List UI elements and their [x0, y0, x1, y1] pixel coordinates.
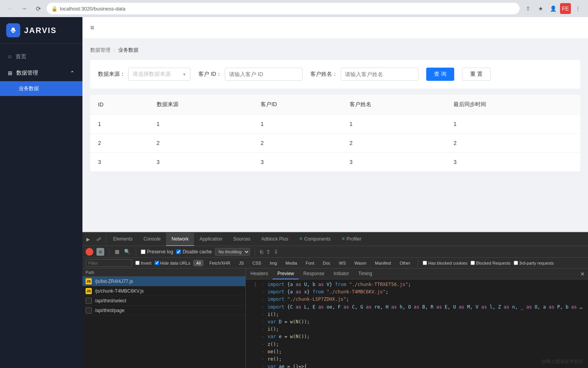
blocked-requests-checkbox[interactable]: Blocked Requests	[471, 261, 511, 265]
upload-icon[interactable]: ⇧	[266, 249, 271, 255]
search-icon[interactable]: 🔍	[123, 248, 131, 255]
filter-type-other[interactable]: Other	[397, 260, 413, 266]
tab-network[interactable]: Network	[166, 233, 194, 246]
filter-type-js[interactable]: JS	[236, 260, 247, 266]
sidebar-sub-item-business[interactable]: 业务数据	[0, 81, 82, 96]
back-button[interactable]: ←	[5, 3, 16, 14]
devtools-inspect-icon[interactable]: ▶	[82, 234, 93, 245]
tab-components[interactable]: ⚛ Components	[294, 233, 336, 246]
detail-tab-preview[interactable]: Preview	[273, 269, 299, 279]
filter-type-css[interactable]: CSS	[250, 260, 264, 266]
sidebar-section-header-data[interactable]: ⊞ 数据管理 ⌃	[0, 65, 82, 81]
source-select[interactable]: 请选择数据来源 ▼	[128, 68, 191, 81]
tab-sources-label: Sources	[233, 236, 250, 242]
filter-type-fetchxhr[interactable]: Fetch/XHR	[206, 260, 233, 266]
customer-id-input[interactable]	[225, 68, 303, 81]
tab-console[interactable]: Console	[138, 233, 166, 246]
source-label: 数据来源：	[98, 71, 125, 78]
tab-profiler[interactable]: ⚛ Profiler	[336, 233, 367, 246]
filter-type-manifest[interactable]: Manifest	[372, 260, 394, 266]
line-content-8: var e = w(N());	[268, 333, 588, 340]
breadcrumb: 数据管理 / 业务数据	[90, 47, 580, 54]
network-row-js-list[interactable]: JS /js/list-ZR4I4J77.js	[82, 277, 245, 286]
reset-button[interactable]: 重 置	[462, 68, 491, 81]
address-bar[interactable]: 🔒 localhost:3020/business-data	[47, 3, 520, 14]
query-button[interactable]: 查 询	[426, 68, 454, 81]
preserve-log-label: Preserve log	[147, 249, 173, 255]
invert-checkbox[interactable]: Invert	[135, 261, 152, 265]
tab-application[interactable]: Application	[194, 233, 228, 246]
code-line-9: - z();	[246, 341, 588, 348]
code-line-12: - var ae = ()=>{	[246, 363, 588, 368]
detail-tab-response[interactable]: Response	[299, 269, 329, 279]
hide-urls-checkbox[interactable]: Hide data URLs	[155, 261, 191, 265]
detail-tab-headers[interactable]: Headers	[246, 269, 273, 279]
source-placeholder: 请选择数据来源	[133, 71, 171, 78]
third-party-input[interactable]	[514, 261, 518, 265]
third-party-checkbox[interactable]: 3rd-party requests	[514, 261, 554, 265]
network-row-js-chunk[interactable]: JS /js/chunk-T4MBC6KV.js	[82, 286, 245, 296]
tab-sources[interactable]: Sources	[228, 233, 256, 246]
detail-panel: Headers Preview Response Initiator Timin	[246, 269, 588, 368]
filter-type-all[interactable]: All	[193, 260, 203, 266]
menu-toggle-icon[interactable]: ≡	[90, 24, 94, 32]
toolbar-sep2	[136, 248, 136, 256]
filter-type-font[interactable]: Font	[303, 260, 317, 266]
blocked-cookies-input[interactable]	[423, 261, 427, 265]
invert-input[interactable]	[135, 261, 140, 265]
extension-button[interactable]: FE	[560, 3, 571, 14]
bookmark-button[interactable]: ★	[535, 3, 546, 14]
filter-type-img[interactable]: Img	[267, 260, 280, 266]
network-list-header: Path	[82, 269, 245, 277]
wifi-icon[interactable]: ⎗	[260, 249, 263, 255]
forward-button[interactable]: →	[19, 3, 30, 14]
data-table: ID 数据来源 客户ID 客户姓名 最后同步时间 1 1 1 1	[90, 95, 580, 171]
network-row-api-page[interactable]: /api/third/page	[82, 306, 245, 316]
detail-tab-initiator[interactable]: Initiator	[329, 269, 354, 279]
filter-sep	[418, 259, 418, 267]
devtools-device-icon[interactable]: ☍	[93, 234, 104, 245]
toolbar-sep1	[109, 248, 109, 256]
reload-button[interactable]: ⟳	[33, 3, 44, 14]
line-arrow-11: -	[261, 356, 268, 363]
select-arrow-icon: ▼	[182, 72, 186, 77]
tab-elements[interactable]: Elements	[108, 233, 138, 246]
detail-close-button[interactable]: ✕	[580, 271, 585, 277]
menu-button[interactable]: ⋮	[572, 3, 583, 14]
disable-cache-checkbox[interactable]: Disable cache	[176, 249, 212, 255]
filter-type-ws[interactable]: WS	[336, 260, 349, 266]
blocked-requests-input[interactable]	[471, 261, 475, 265]
filter-type-wasm[interactable]: Wasm	[352, 260, 369, 266]
code-line-2: - import {a as x} from "./chunk-T4MBC6KV…	[246, 288, 588, 296]
svg-point-2	[14, 30, 16, 31]
filter-type-media[interactable]: Media	[283, 260, 300, 266]
tab-adblock[interactable]: Adblock Plus	[256, 233, 294, 246]
throttle-select[interactable]: No throttling	[215, 248, 250, 256]
hide-urls-input[interactable]	[155, 261, 159, 265]
customer-name-input[interactable]	[341, 68, 418, 81]
clear-button[interactable]: ⎋	[96, 248, 104, 256]
tab-console-label: Console	[144, 236, 161, 242]
filter-icon[interactable]: ▦	[114, 248, 120, 255]
profile-button[interactable]: 👤	[548, 3, 558, 14]
network-row-api-select[interactable]: /api/third/select	[82, 296, 245, 306]
filter-type-doc[interactable]: Doc	[320, 260, 333, 266]
record-button[interactable]	[86, 248, 93, 256]
customer-id-label: 客户 ID：	[198, 71, 222, 78]
has-blocked-cookies-checkbox[interactable]: Has blocked cookies	[423, 261, 467, 265]
detail-tab-timing[interactable]: Timing	[354, 269, 377, 279]
col-source: 数据来源	[149, 95, 253, 115]
line-content-10: oe();	[268, 348, 588, 356]
share-button[interactable]: ⇧	[523, 3, 534, 14]
devtools-filter-input[interactable]	[86, 259, 132, 267]
sidebar-item-home[interactable]: ○ 首页	[0, 49, 82, 65]
preserve-log-checkbox[interactable]: Preserve log	[141, 249, 173, 255]
disable-cache-input[interactable]	[176, 249, 181, 254]
preserve-log-input[interactable]	[141, 249, 145, 254]
line-content-9: z();	[268, 341, 588, 348]
breadcrumb-parent: 数据管理	[90, 47, 110, 54]
breadcrumb-separator: /	[114, 47, 115, 53]
download-icon[interactable]: ⇩	[274, 249, 278, 255]
filter-bar: Invert Hide data URLs All Fetch/XHR JS C…	[82, 258, 588, 269]
line-content-3: import "./chunk-LSP7ZDHX.js";	[268, 296, 588, 303]
